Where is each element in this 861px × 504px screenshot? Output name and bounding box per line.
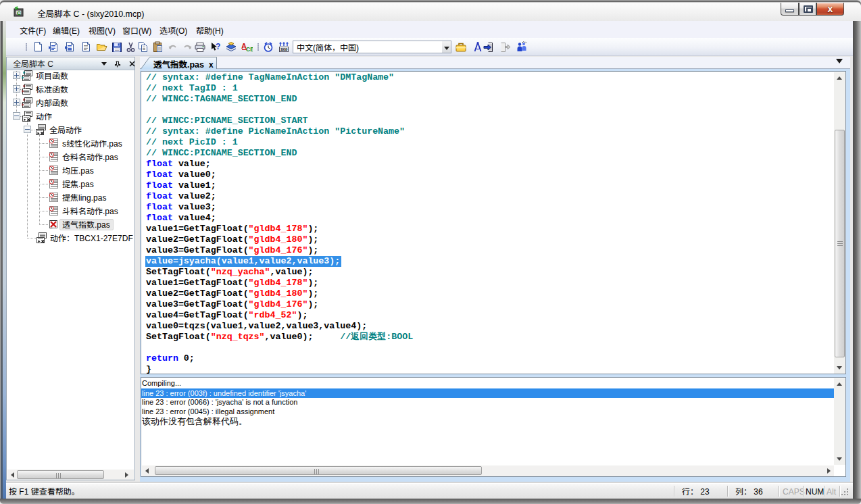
svg-text:?: ? <box>216 42 220 51</box>
svg-text:CB: CB <box>246 46 253 53</box>
svg-text:C: C <box>17 10 21 16</box>
svg-text:1010: 1010 <box>280 47 288 52</box>
